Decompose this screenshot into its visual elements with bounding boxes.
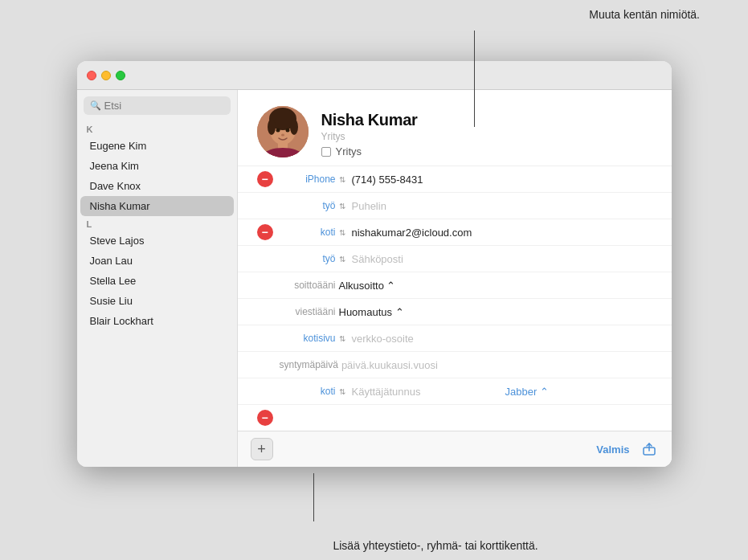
search-icon: 🔍: [90, 100, 101, 111]
detail-panel: Nisha Kumar Yritys Yritys − iPhone ⇅: [238, 90, 672, 467]
svg-rect-10: [265, 151, 300, 157]
contact-item-blair-lockhart[interactable]: Blair Lockhart: [80, 311, 234, 331]
field-label-msgtone: viestiääni: [280, 306, 336, 317]
field-label-website[interactable]: kotisivu: [280, 333, 336, 344]
field-row-birthday: − syntymäpäivä päivä.kuukausi.vuosi: [238, 352, 672, 378]
contacts-window: 🔍 K Eugene Kim Jeena Kim Dave Knox Nisha…: [77, 61, 672, 467]
field-stepper-website[interactable]: ⇅: [339, 334, 345, 343]
annotation-bottom: Lisää yhteystieto-, ryhmä- tai korttiken…: [333, 539, 537, 552]
field-value-website: verkko-osoite: [352, 333, 652, 345]
minimize-button[interactable]: [101, 71, 111, 80]
contact-item-nisha-kumar[interactable]: Nisha Kumar: [80, 196, 234, 216]
field-value-msgtone[interactable]: Huomautus ⌃: [339, 306, 652, 318]
field-value-ringtone[interactable]: Alkusoitto ⌃: [339, 280, 652, 292]
field-row-jabber: − koti ⇅ Käyttäjätunnus Jabber ⌃: [238, 378, 672, 405]
field-label-tyo-email[interactable]: työ: [280, 253, 336, 264]
contact-item-steve-lajos[interactable]: Steve Lajos: [80, 231, 234, 251]
sidebar: 🔍 K Eugene Kim Jeena Kim Dave Knox Nisha…: [77, 90, 238, 467]
field-row-tyo-phone: − työ ⇅ Puhelin: [238, 193, 672, 219]
company-checkbox[interactable]: [321, 147, 331, 157]
field-row-tyo-email: − työ ⇅ Sähköposti: [238, 246, 672, 272]
svg-point-6: [285, 129, 289, 133]
bottom-right: Valmis: [596, 439, 658, 459]
share-button[interactable]: [640, 439, 659, 459]
field-row-extra: −: [238, 405, 672, 431]
svg-point-3: [268, 119, 276, 135]
field-row-msgtone: − viestiääni Huomautus ⌃: [238, 299, 672, 325]
field-row-ringtone: − soittoääni Alkusoitto ⌃: [238, 272, 672, 299]
section-l-header: L: [77, 216, 237, 231]
field-stepper-tyo-phone[interactable]: ⇅: [339, 202, 345, 211]
field-value-birthday: päivä.kuukausi.vuosi: [341, 359, 652, 371]
field-value-tyo-phone: Puhelin: [352, 200, 652, 212]
bottom-bar: + Valmis: [238, 431, 672, 467]
annotation-top: Muuta kentän nimiötä.: [589, 8, 700, 21]
field-stepper-jabber[interactable]: ⇅: [339, 387, 345, 396]
company-field: Yritys: [321, 145, 418, 157]
field-row-koti-email: − koti ⇅ nishakumar2@icloud.com: [238, 219, 672, 246]
contact-name-area: Nisha Kumar Yritys Yritys: [321, 106, 418, 157]
field-stepper-tyo-email[interactable]: ⇅: [339, 255, 345, 264]
field-row-iphone: − iPhone ⇅ (714) 555-8431: [238, 166, 672, 193]
field-stepper-iphone[interactable]: ⇅: [339, 175, 345, 184]
done-button[interactable]: Valmis: [596, 444, 629, 456]
fields-area: − iPhone ⇅ (714) 555-8431 − työ ⇅ Puheli…: [238, 166, 672, 431]
add-field-button[interactable]: +: [251, 438, 273, 460]
avatar: [257, 106, 309, 157]
field-row-website: − kotisivu ⇅ verkko-osoite: [238, 325, 672, 352]
section-k-header: K: [77, 121, 237, 136]
search-bar[interactable]: 🔍: [84, 96, 231, 115]
contact-item-joan-lau[interactable]: Joan Lau: [80, 251, 234, 271]
field-value-jabber-type[interactable]: Jabber ⌃: [505, 386, 652, 398]
svg-point-4: [290, 119, 298, 135]
contact-item-susie-liu[interactable]: Susie Liu: [80, 291, 234, 311]
field-label-birthday: syntymäpäivä: [280, 359, 338, 370]
contact-item-stella-lee[interactable]: Stella Lee: [80, 271, 234, 291]
annotation-line-bottom: [313, 473, 314, 521]
maximize-button[interactable]: [116, 71, 125, 80]
field-value-tyo-email: Sähköposti: [352, 253, 652, 265]
minus-button-extra[interactable]: −: [257, 410, 273, 426]
field-value-jabber: Käyttäjätunnus: [352, 386, 499, 398]
field-value-email1: nishakumar2@icloud.com: [352, 227, 652, 239]
svg-point-5: [276, 129, 280, 133]
company-label: Yritys: [321, 131, 418, 142]
traffic-lights: [87, 71, 125, 80]
field-label-ringtone: soittoääni: [280, 280, 336, 291]
field-label-jabber[interactable]: koti: [280, 386, 336, 397]
company-text: Yritys: [336, 145, 362, 157]
annotation-line-top: [474, 31, 475, 127]
field-value-phone1: (714) 555-8431: [352, 174, 652, 186]
search-input[interactable]: [104, 100, 224, 112]
titlebar: [77, 61, 672, 90]
contact-name: Nisha Kumar: [321, 111, 418, 129]
field-label-iphone[interactable]: iPhone: [280, 174, 336, 185]
field-stepper-koti-email[interactable]: ⇅: [339, 228, 345, 237]
field-label-koti-email[interactable]: koti: [280, 227, 336, 238]
svg-point-7: [281, 134, 284, 137]
content-area: 🔍 K Eugene Kim Jeena Kim Dave Knox Nisha…: [77, 90, 672, 467]
minus-button-phone1[interactable]: −: [257, 171, 273, 187]
minus-button-email1[interactable]: −: [257, 224, 273, 240]
contact-item-eugene-kim[interactable]: Eugene Kim: [80, 136, 234, 156]
detail-header: Nisha Kumar Yritys Yritys: [238, 90, 672, 166]
contact-item-dave-knox[interactable]: Dave Knox: [80, 176, 234, 196]
field-label-tyo-phone[interactable]: työ: [280, 200, 336, 211]
close-button[interactable]: [87, 71, 96, 80]
outer-wrapper: Muuta kentän nimiötä. Lisää yhteystieto-…: [0, 0, 748, 560]
contact-item-jeena-kim[interactable]: Jeena Kim: [80, 156, 234, 176]
